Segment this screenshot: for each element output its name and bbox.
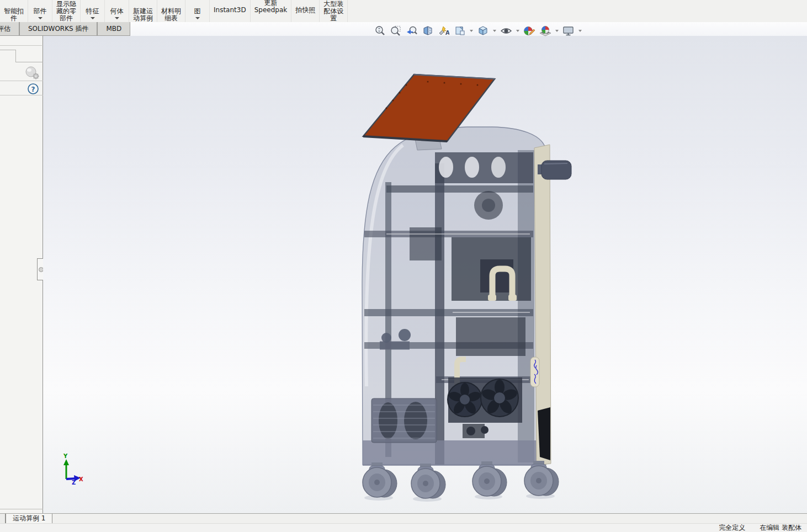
ribbon-button-label: 特征 <box>86 8 99 15</box>
ribbon-button[interactable]: 大型装 配体设 置 <box>320 0 348 22</box>
motion-study-tab[interactable]: 运动算例 1 <box>6 514 52 523</box>
panel-divider <box>15 50 16 62</box>
right-side-parts <box>530 145 571 465</box>
panel-divider <box>0 45 42 46</box>
hide-show-items-dropdown[interactable] <box>516 30 519 32</box>
panel-divider <box>0 95 43 95</box>
ribbon-button[interactable]: 新建运 动算例 <box>129 0 157 22</box>
ribbon-button[interactable]: 何体 <box>105 0 129 22</box>
dropdown-arrow-icon[interactable] <box>115 17 119 19</box>
ribbon-button-label: 置 <box>330 15 337 22</box>
view-orientation-icon[interactable] <box>453 24 466 38</box>
ribbon-button-label: 细表 <box>164 15 178 22</box>
tab-solidworks-addins[interactable]: SOLIDWORKS 插件 <box>19 22 97 36</box>
ribbon-button[interactable]: 更新 Speedpak <box>251 0 292 22</box>
model-tab-stub[interactable] <box>0 514 6 523</box>
dropdown-arrow-icon[interactable] <box>91 17 95 19</box>
ribbon-button-label: 何体 <box>110 8 124 15</box>
tab-mbd[interactable]: MBD <box>97 22 130 36</box>
assembly-model[interactable]: Y Z X <box>43 36 807 513</box>
ribbon-button[interactable]: 材料明 细表 <box>157 0 185 22</box>
display-style-icon[interactable] <box>476 24 490 38</box>
reference-triad: Y Z X <box>63 453 83 486</box>
edit-appearance-icon[interactable] <box>523 24 536 38</box>
help-icon[interactable]: ? <box>27 83 39 95</box>
apply-scene-icon[interactable] <box>539 24 552 38</box>
ribbon-button-label: 部件 <box>60 15 73 22</box>
svg-text:Y: Y <box>63 453 68 459</box>
zoom-to-area-icon[interactable] <box>389 24 402 38</box>
ribbon-button[interactable]: 图 <box>185 0 210 22</box>
svg-text:A: A <box>445 30 449 36</box>
ribbon-button-label: Instant3D <box>214 7 246 14</box>
view-settings-dropdown[interactable] <box>578 30 582 32</box>
previous-view-icon[interactable] <box>405 24 418 38</box>
section-view-icon[interactable] <box>421 24 434 38</box>
ribbon-button-label: 拍快照 <box>295 7 315 14</box>
zoom-to-fit-icon[interactable] <box>373 24 386 38</box>
panel-divider <box>0 50 15 50</box>
svg-text:Z: Z <box>72 480 76 486</box>
panel-divider <box>0 509 43 509</box>
graphics-area[interactable]: Y Z X <box>43 36 807 513</box>
definition-status: 完全定义 <box>719 523 745 532</box>
ribbon-button[interactable]: Instant3D <box>210 0 251 22</box>
ribbon-button-label: 部件 <box>34 8 47 15</box>
panel-divider <box>15 62 43 62</box>
ribbon-button[interactable]: 智能扣 件 <box>0 0 28 22</box>
panel-divider <box>0 81 43 81</box>
cooling-fans <box>448 377 522 423</box>
view-orientation-dropdown[interactable] <box>470 30 473 32</box>
status-bar: 完全定义 在编辑 装配体 <box>0 523 807 532</box>
front-vent-grille <box>371 398 437 443</box>
ribbon-button-label: 图 <box>194 8 201 15</box>
ribbon-button[interactable]: 拍快照 <box>291 0 320 22</box>
ribbon-button-label: 动算例 <box>133 15 153 22</box>
apply-scene-dropdown[interactable] <box>555 30 559 32</box>
tab-evaluate[interactable]: 评估 <box>0 22 19 36</box>
heads-up-toolbar: A <box>373 24 582 38</box>
display-style-dropdown[interactable] <box>493 30 496 32</box>
hide-show-items-icon[interactable] <box>500 24 513 38</box>
dropdown-arrow-icon[interactable] <box>195 17 200 19</box>
view-settings-icon[interactable] <box>562 24 575 38</box>
feature-manager-panel[interactable]: ? <box>0 36 43 513</box>
ribbon-button[interactable]: 显示隐 藏的零 部件 <box>52 0 81 22</box>
svg-text:?: ? <box>31 86 35 93</box>
caster-wheels <box>363 461 559 502</box>
ribbon-button[interactable]: 部件 <box>28 0 52 22</box>
ribbon-toolbar: 智能扣 件 部件 显示隐 藏的零 部件 特征 <box>0 0 807 23</box>
appearance-sphere-gear-icon[interactable] <box>24 66 41 80</box>
ribbon-button-label: Speedpak <box>254 7 288 14</box>
annotation-views-icon[interactable]: A <box>437 24 450 38</box>
blue-marked-lever <box>530 357 539 387</box>
motion-study-tab-bar: 运动算例 1 <box>0 513 807 523</box>
dropdown-arrow-icon[interactable] <box>38 17 43 19</box>
edit-mode-status: 在编辑 装配体 <box>760 523 801 532</box>
ribbon-button[interactable]: 特征 <box>81 0 105 22</box>
ribbon-button-label: 件 <box>10 15 17 22</box>
svg-text:X: X <box>79 476 83 482</box>
panel-splitter-handle[interactable] <box>37 258 43 280</box>
